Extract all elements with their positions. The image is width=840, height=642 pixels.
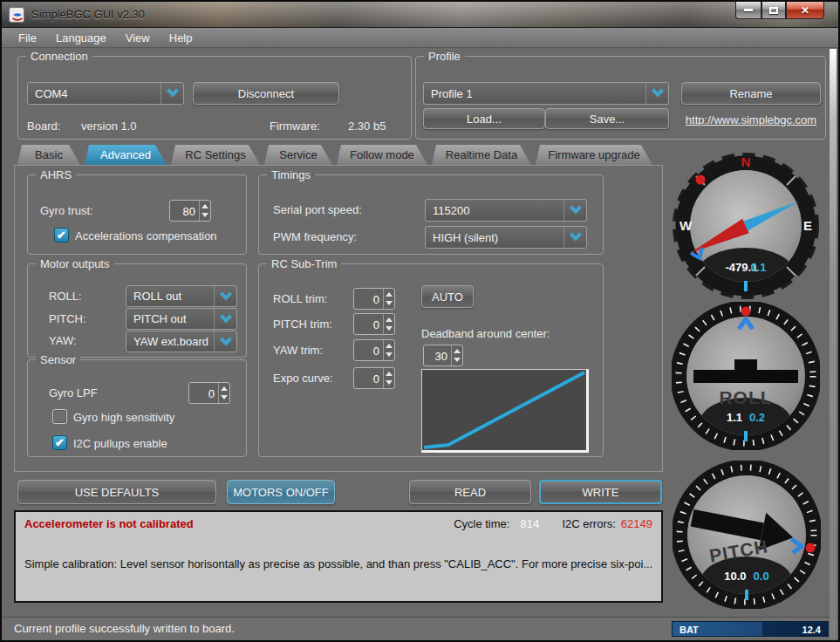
pwm-frequency-select[interactable]: HIGH (silent) (425, 226, 587, 249)
compass-west-label: W (680, 218, 692, 233)
serial-speed-select[interactable]: 115200 (425, 199, 587, 222)
simplebgc-link[interactable]: http://www.simplebgc.com (681, 113, 821, 126)
spinner-arrows[interactable] (383, 368, 394, 388)
motors-onoff-button[interactable]: MOTORS ON/OFF (227, 480, 335, 504)
check-icon: ✔ (57, 229, 66, 242)
spin-down-icon (386, 352, 393, 357)
profile-group-label: Profile (424, 50, 465, 63)
pwm-frequency-label: PWM frequency: (273, 230, 357, 243)
app-window: SimpleBGC GUI v2.30 ✕ File Language View… (0, 0, 840, 642)
menu-view[interactable]: View (116, 31, 160, 44)
close-button[interactable]: ✕ (786, 2, 824, 19)
disconnect-button[interactable]: Disconnect (193, 82, 339, 105)
gyro-high-sens-checkbox[interactable] (52, 409, 67, 424)
calibration-help-text: Simple calibration: Level sensor horison… (24, 557, 658, 570)
window-title: SimpleBGC GUI v2.30 (31, 8, 145, 21)
tab-basic[interactable]: Basic (17, 145, 80, 165)
write-button[interactable]: WRITE (539, 480, 662, 504)
spinner-arrows[interactable] (383, 314, 394, 334)
rc-subtrim-group: RC Sub-Trim ROLL trim: 0 PITCH trim: 0 Y… (258, 263, 604, 457)
yaw-output-label: YAW: (49, 334, 77, 347)
expo-curve-spinner[interactable]: 0 (353, 367, 395, 389)
spinner-arrows[interactable] (199, 201, 210, 221)
menu-file[interactable]: File (9, 31, 46, 44)
scrollbar-track[interactable] (830, 49, 837, 639)
status-message: Current profile successfully written to … (14, 622, 235, 635)
pitch-gauge: PITCH 10.0 0.0 (673, 461, 821, 609)
spin-down-icon (386, 380, 393, 385)
i2c-pullups-checkbox[interactable]: ✔ (52, 435, 67, 450)
status-bar: Current profile successfully written to … (2, 617, 838, 639)
tab-advanced[interactable]: Advanced (85, 145, 167, 165)
deadband-spinner[interactable]: 30 (423, 345, 463, 366)
roll-gauge-label: ROLL (672, 387, 820, 408)
tab-follow-mode[interactable]: Follow mode (337, 145, 427, 165)
maximize-button[interactable] (761, 2, 786, 19)
menu-help[interactable]: Help (160, 31, 202, 44)
battery-label: BAT (680, 625, 699, 635)
roll-angle-value: 1.1 (727, 411, 742, 424)
expo-curve-graph (421, 369, 589, 453)
tab-firmware-upgrade[interactable]: Firmware upgrade (536, 145, 652, 165)
roll-output-select[interactable]: ROLL out (126, 285, 237, 307)
cycle-time-label: Cycle time: (454, 517, 509, 530)
gyro-trust-spinner[interactable]: 80 (169, 200, 211, 222)
spinner-arrows[interactable] (451, 345, 462, 365)
chevron-down-icon (214, 309, 236, 329)
accel-comp-checkbox[interactable]: ✔ (54, 228, 69, 242)
advanced-tab-panel: AHRS Gyro trust: 80 ✔ Accelerations comp… (14, 165, 663, 472)
deadband-label: Deadband around center: (421, 327, 550, 340)
tab-realtime-data[interactable]: Realtime Data (432, 145, 531, 165)
roll-output-label: ROLL: (49, 290, 82, 303)
gyro-lpf-spinner[interactable]: 0 (188, 382, 230, 404)
gyro-high-sens-label: Gyro high sensitivity (73, 411, 174, 424)
maximize-icon (769, 7, 778, 14)
spin-up-icon (386, 372, 393, 376)
roll-trim-spinner[interactable]: 0 (353, 288, 395, 310)
i2c-errors-value: 62149 (621, 517, 652, 530)
spinner-arrows[interactable] (383, 289, 394, 309)
tab-service[interactable]: Service (264, 145, 332, 165)
message-panel: Accelerometer is not calibrated Cycle ti… (14, 510, 663, 603)
yaw-index-tick (744, 281, 748, 291)
menu-bar: File Language View Help (2, 28, 838, 48)
yaw-trim-spinner[interactable]: 0 (353, 339, 395, 361)
chevron-down-icon (214, 286, 236, 306)
menu-language[interactable]: Language (46, 31, 116, 44)
pitch-trim-spinner[interactable]: 0 (353, 313, 395, 335)
pitch-angle-value: 10.0 (724, 570, 746, 583)
ahrs-group: AHRS Gyro trust: 80 ✔ Accelerations comp… (27, 174, 247, 255)
rename-button[interactable]: Rename (681, 82, 821, 105)
close-icon: ✕ (801, 4, 809, 17)
roll-trim-label: ROLL trim: (273, 292, 327, 305)
yaw-output-select[interactable]: YAW ext.board (126, 331, 237, 352)
title-bar[interactable]: SimpleBGC GUI v2.30 ✕ (2, 2, 838, 28)
auto-button[interactable]: AUTO (421, 285, 474, 308)
chevron-down-icon (563, 227, 586, 248)
profile-select[interactable]: Profile 1 (423, 82, 669, 105)
expo-curve-label: Expo curve: (273, 372, 333, 385)
com-port-select[interactable]: COM4 (27, 82, 184, 105)
gyro-trust-label: Gyro trust: (40, 204, 93, 217)
save-button[interactable]: Save... (545, 108, 669, 129)
use-defaults-button[interactable]: USE DEFAULTS (17, 480, 216, 504)
sensor-group: Sensor Gyro LPF 0 Gyro high sensitivity … (27, 359, 247, 457)
tab-rc-settings[interactable]: RC Settings (171, 145, 260, 165)
connection-group-label: Connection (26, 50, 92, 63)
read-button[interactable]: READ (409, 480, 531, 504)
spin-up-icon (386, 344, 393, 348)
tab-strip: Basic Advanced RC Settings Service Follo… (17, 145, 657, 165)
spin-down-icon (221, 395, 228, 400)
calibration-error-text: Accelerometer is not calibrated (24, 517, 194, 530)
minimize-button[interactable] (735, 2, 761, 19)
battery-indicator: BAT 12.4 (672, 621, 829, 637)
horizon-notch (734, 359, 757, 371)
pitch-output-select[interactable]: PITCH out (126, 308, 237, 330)
chevron-down-icon (160, 83, 183, 104)
profile-group: Profile Profile 1 Rename Load... Save...… (415, 56, 826, 140)
spinner-arrows[interactable] (383, 340, 394, 360)
gyro-lpf-label: Gyro LPF (49, 386, 98, 400)
spinner-arrows[interactable] (218, 383, 229, 403)
load-button[interactable]: Load... (423, 108, 545, 129)
accel-comp-label: Accelerations compensation (75, 229, 217, 242)
